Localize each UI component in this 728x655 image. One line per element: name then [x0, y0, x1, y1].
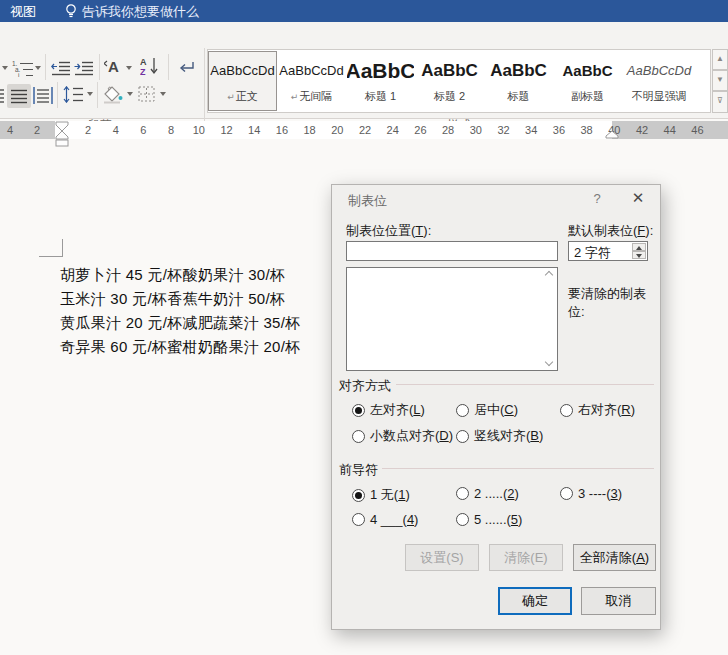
tab-view[interactable]: 视图	[10, 3, 36, 21]
style-item-title[interactable]: AaBbC标题	[484, 51, 553, 111]
default-tab-value: 2 字符	[574, 244, 611, 262]
multilevel-list-caret-icon[interactable]	[35, 66, 41, 70]
radio-icon[interactable]	[456, 513, 469, 526]
radio-label: 4 ___(4)	[370, 512, 418, 527]
cancel-button[interactable]: 取消	[581, 587, 656, 615]
radio-icon[interactable]	[352, 513, 365, 526]
radio-label: 竖线对齐(B)	[474, 427, 543, 445]
alignment-radio-C[interactable]: 居中(C)	[456, 401, 518, 419]
ruler-number: 36	[551, 124, 567, 136]
ruler-number: 30	[468, 124, 484, 136]
justify-button[interactable]	[7, 84, 31, 108]
tab-position-label: 制表位位置(T):	[346, 222, 431, 240]
style-name: ↵正文	[209, 89, 276, 104]
text-boundary-corner-mark	[62, 239, 63, 257]
radio-icon[interactable]	[352, 430, 365, 443]
leader-radio-2[interactable]: 2 .....(2)	[456, 486, 519, 501]
radio-icon[interactable]	[456, 404, 469, 417]
spinner-down-icon[interactable]	[632, 251, 646, 259]
clear-all-button[interactable]: 全部清除(A)	[573, 544, 656, 571]
borders-icon[interactable]	[138, 86, 156, 103]
character-scaling-caret-icon[interactable]	[126, 66, 132, 70]
default-tab-spinner[interactable]: 2 字符	[568, 241, 648, 261]
help-icon[interactable]: ?	[587, 191, 607, 206]
listbox-scroll-up-icon[interactable]	[546, 271, 553, 278]
tabs-to-clear-label: 要清除的制表位:	[568, 285, 660, 321]
radio-icon[interactable]	[352, 404, 365, 417]
borders-caret-icon[interactable]	[160, 92, 166, 96]
style-item-subtitle[interactable]: AaBbC副标题	[553, 51, 622, 111]
gallery-more-icon[interactable]: ⊽	[712, 91, 728, 113]
align-left-icon[interactable]	[0, 88, 4, 103]
sort-icon[interactable]: AZ	[140, 56, 160, 76]
set-button[interactable]: 设置(S)	[405, 544, 479, 571]
radio-icon[interactable]	[456, 487, 469, 500]
alignment-radio-L[interactable]: 左对齐(L)	[352, 401, 425, 419]
tell-me-search[interactable]: 告诉我你想要做什么	[82, 3, 199, 21]
style-item-normal[interactable]: AaBbCcDd↵正文	[208, 51, 277, 111]
tab-position-input[interactable]	[346, 241, 558, 261]
ok-button[interactable]: 确定	[498, 587, 572, 615]
ruler-number: 32	[496, 124, 512, 136]
character-scaling-icon[interactable]: A	[104, 57, 124, 75]
style-name: ↵无间隔	[278, 89, 345, 104]
distribute-text-icon[interactable]	[33, 86, 53, 105]
increase-indent-icon[interactable]	[74, 61, 94, 76]
leader-radio-4[interactable]: 4 ___(4)	[352, 512, 418, 527]
word-window: 视图 告诉我你想要做什么 1.a.i. A AZ	[0, 0, 728, 655]
leader-radio-5[interactable]: 5 ......(5)	[456, 512, 522, 527]
radio-icon[interactable]	[352, 489, 365, 502]
radio-label: 5 ......(5)	[474, 512, 522, 527]
leader-radio-1[interactable]: 1 无(1)	[352, 486, 410, 504]
spinner-up-icon[interactable]	[632, 243, 646, 251]
shading-caret-icon[interactable]	[127, 92, 133, 96]
svg-text:Z: Z	[140, 67, 146, 76]
line-spacing-icon[interactable]	[63, 86, 83, 103]
style-item-h1[interactable]: AaBbC标题 1	[346, 51, 415, 111]
alignment-radio-D[interactable]: 小数点对齐(D)	[352, 427, 453, 445]
ruler-number: 42	[634, 124, 650, 136]
indent-markers[interactable]	[55, 121, 69, 147]
radio-label: 右对齐(R)	[578, 401, 635, 419]
show-hide-marks-icon[interactable]	[177, 60, 195, 76]
radio-icon[interactable]	[560, 487, 573, 500]
ruler-number: 6	[135, 124, 151, 136]
radio-icon[interactable]	[456, 430, 469, 443]
style-preview: AaBbCcDd	[623, 52, 695, 89]
leader-radio-3[interactable]: 3 ----(3)	[560, 486, 622, 501]
style-item-subtle[interactable]: AaBbCcDd不明显强调	[622, 51, 696, 111]
hanging-indent-marker	[56, 131, 68, 139]
ruler-number: 14	[246, 124, 262, 136]
style-preview: AaBbCcDd	[278, 52, 345, 89]
alignment-group-label: 对齐方式	[339, 377, 391, 395]
ruler-number: 26	[412, 124, 428, 136]
numbering-dropdown-caret-icon[interactable]	[2, 66, 8, 70]
decrease-indent-icon[interactable]	[51, 61, 71, 76]
ruler-number: 12	[219, 124, 235, 136]
alignment-radio-R[interactable]: 右对齐(R)	[560, 401, 635, 419]
document-text-line: 奇异果 60 元/杯蜜柑奶酪果汁 20/杯	[60, 335, 301, 359]
text-boundary-corner-mark	[39, 256, 63, 257]
shading-bucket-icon[interactable]	[101, 85, 124, 104]
multilevel-list-icon[interactable]: 1.a.i.	[12, 59, 34, 77]
tab-stops-listbox[interactable]	[346, 267, 558, 371]
line-spacing-caret-icon[interactable]	[87, 92, 93, 96]
listbox-scroll-down-icon[interactable]	[546, 360, 553, 367]
lightbulb-icon	[64, 3, 78, 19]
ruler-number: 22	[357, 124, 373, 136]
gallery-scroll-down-icon[interactable]: ▼	[712, 70, 728, 91]
style-item-h2[interactable]: AaBbC标题 2	[415, 51, 484, 111]
radio-icon[interactable]	[560, 404, 573, 417]
ruler-number: 24	[385, 124, 401, 136]
clear-button[interactable]: 清除(E)	[489, 544, 563, 571]
alignment-radio-B[interactable]: 竖线对齐(B)	[456, 427, 543, 445]
style-preview: AaBbC	[485, 52, 552, 89]
style-item-nospace[interactable]: AaBbCcDd↵无间隔	[277, 51, 346, 111]
radio-label: 左对齐(L)	[370, 401, 425, 419]
close-icon[interactable]: ✕	[625, 189, 651, 209]
document-text-line: 胡萝卜汁 45 元/杯酸奶果汁 30/杯	[60, 263, 301, 287]
style-name: 标题	[485, 89, 552, 104]
ruler-number: 2	[80, 124, 96, 136]
right-indent-marker[interactable]	[605, 130, 619, 140]
gallery-scroll-up-icon[interactable]: ▲	[712, 49, 728, 70]
